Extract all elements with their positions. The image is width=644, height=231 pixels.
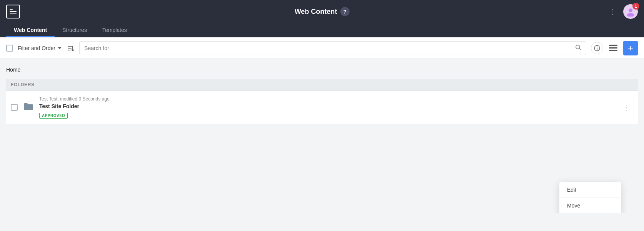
- folder-name: Test Site Folder: [39, 103, 620, 109]
- svg-rect-6: [609, 47, 617, 49]
- info-button[interactable]: [591, 42, 603, 54]
- chevron-down-icon: [58, 47, 62, 49]
- tab-web-content[interactable]: Web Content: [6, 23, 55, 37]
- toolbar: Filter and Order +: [0, 37, 644, 59]
- context-menu: Edit Move Permissions Delete: [559, 182, 621, 213]
- notification-badge: 1: [632, 3, 639, 10]
- status-badge: APPROVED: [39, 113, 68, 119]
- svg-point-1: [627, 13, 634, 17]
- avatar-button[interactable]: 1: [623, 4, 638, 19]
- svg-rect-5: [609, 45, 617, 46]
- folder-item: Test Test, modified 0 Seconds ago. Test …: [6, 91, 638, 124]
- svg-point-0: [629, 8, 632, 12]
- folder-info: Test Test, modified 0 Seconds ago. Test …: [39, 96, 620, 119]
- folders-section-label: FOLDERS: [6, 79, 638, 91]
- folder-icon: [23, 102, 34, 113]
- svg-point-4: [597, 46, 597, 47]
- folder-list: FOLDERS Test Test, modified 0 Seconds ag…: [6, 79, 638, 124]
- select-all-checkbox[interactable]: [6, 45, 13, 52]
- list-icon: [609, 45, 617, 52]
- folder-kebab-button[interactable]: ⋮: [620, 102, 633, 113]
- page-title: Web Content: [295, 8, 337, 16]
- search-input[interactable]: [84, 45, 575, 51]
- tab-navigation: Web Content Structures Templates: [0, 23, 644, 37]
- tab-structures[interactable]: Structures: [55, 23, 95, 37]
- folder-checkbox[interactable]: [11, 104, 18, 111]
- breadcrumb: Home: [6, 67, 638, 73]
- help-icon[interactable]: ?: [340, 7, 349, 16]
- search-icon: [575, 44, 581, 52]
- info-icon: [594, 45, 600, 51]
- search-bar: [79, 41, 586, 55]
- tab-templates[interactable]: Templates: [95, 23, 135, 37]
- top-bar: Web Content ? ⋮ 1: [0, 0, 644, 23]
- main-content: Home FOLDERS Test Test, modified 0 Secon…: [0, 59, 644, 213]
- sidebar-toggle-icon: [10, 9, 17, 14]
- sort-button[interactable]: [66, 44, 75, 52]
- top-bar-kebab-button[interactable]: ⋮: [609, 7, 617, 16]
- context-menu-edit[interactable]: Edit: [559, 182, 621, 198]
- list-view-button[interactable]: [608, 43, 619, 54]
- add-button[interactable]: +: [623, 41, 638, 55]
- filter-order-button[interactable]: Filter and Order: [18, 45, 62, 51]
- svg-rect-7: [609, 50, 617, 51]
- sort-icon: [66, 44, 75, 52]
- context-menu-move[interactable]: Move: [559, 198, 621, 213]
- sidebar-toggle-button[interactable]: [6, 5, 20, 18]
- folder-meta: Test Test, modified 0 Seconds ago.: [39, 96, 620, 102]
